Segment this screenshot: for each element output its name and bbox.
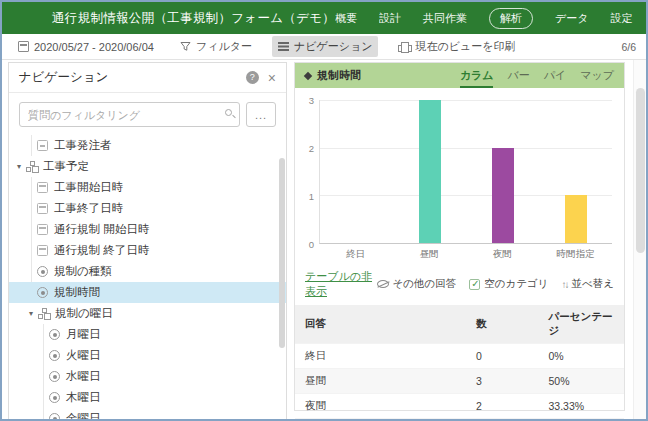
table-cell: 50% — [538, 369, 624, 394]
radio-question-icon — [49, 329, 60, 340]
sort-arrows-icon: ↑↓ — [562, 279, 568, 290]
filter-button[interactable]: フィルター — [174, 36, 258, 57]
table-row: 夜間 2 33.33% — [295, 394, 624, 419]
navigation-label: ナビゲーション — [294, 39, 373, 54]
tree-item[interactable]: 規制の種類 — [9, 261, 286, 282]
x-tick: 昼間 — [392, 248, 465, 261]
panel-scrollbar-thumb[interactable] — [279, 158, 285, 348]
chart-column — [320, 100, 393, 243]
tree-item[interactable]: 月曜日 — [9, 324, 286, 345]
filter-label: フィルター — [196, 39, 252, 54]
y-tick: 3 — [309, 95, 314, 106]
chart-column — [393, 100, 466, 243]
sort-button[interactable]: ↑↓ 並べ替え — [562, 277, 615, 291]
table-cell: 夜間 — [295, 394, 466, 419]
table-cell: 33.33% — [538, 394, 624, 419]
table-cell: 終日 — [295, 344, 466, 369]
other-answers-toggle[interactable]: その他の回答 — [377, 277, 457, 291]
calendar-icon — [37, 203, 48, 214]
question-tree: 工事発注者 ▾工事予定 工事開始日時 工事終了日時 通行規制 開始日時 通行規制… — [9, 135, 286, 419]
tab-pie[interactable]: パイ — [544, 63, 567, 88]
page-title: 通行規制情報公開（工事規制）フォーム（デモ） — [52, 10, 335, 27]
chart-bar — [565, 195, 587, 243]
calendar-icon — [37, 245, 48, 256]
column-header-count: 数 — [466, 305, 538, 344]
tree-item-selected[interactable]: 規制時間 — [9, 282, 286, 303]
question-result-card: 規制時間 カラム バー パイ マップ 3 2 1 0 — [294, 62, 625, 411]
radio-question-icon — [37, 266, 48, 277]
nav-overview[interactable]: 概要 — [335, 11, 357, 26]
tree-item[interactable]: 木曜日 — [9, 387, 286, 408]
primary-nav: 概要 設計 共同作業 解析 データ 設定 — [335, 8, 648, 29]
tree-item[interactable]: 工事終了日時 — [9, 198, 286, 219]
checkbox-checked-icon — [469, 279, 480, 290]
print-view-button[interactable]: 現在のビューを印刷 — [392, 36, 521, 57]
column-header-percentage: パーセンテージ — [538, 305, 624, 344]
question-filter-row: ... — [9, 93, 286, 135]
print-label: 現在のビューを印刷 — [415, 39, 515, 54]
eye-off-icon — [377, 280, 389, 288]
tree-item[interactable]: 通行規制 終了日時 — [9, 240, 286, 261]
y-axis-labels: 3 2 1 0 — [303, 100, 319, 244]
table-controls: テーブルの非表示 その他の回答 空のカテゴリ ↑↓ 並べ替え — [295, 261, 624, 305]
help-icon[interactable]: ? — [246, 71, 259, 84]
navigation-panel-title: ナビゲーション — [19, 69, 108, 86]
date-range-value: 2020/05/27 - 2020/06/04 — [34, 41, 154, 53]
x-axis-labels: 終日 昼間 夜間 時間指定 — [319, 244, 612, 261]
main-scrollbar-thumb[interactable] — [636, 88, 645, 253]
tab-column[interactable]: カラム — [460, 63, 494, 88]
app-window: 通行規制情報公開（工事規制）フォーム（デモ） 概要 設計 共同作業 解析 データ… — [0, 0, 648, 421]
question-filter-input[interactable] — [19, 102, 240, 127]
tree-item[interactable]: 水曜日 — [9, 366, 286, 387]
nav-design[interactable]: 設計 — [379, 11, 401, 26]
table-header-row: 回答 数 パーセンテージ — [295, 305, 624, 344]
tree-item[interactable]: 工事開始日時 — [9, 177, 286, 198]
results-table: 回答 数 パーセンテージ 終日 0 0% 昼間 3 50% — [295, 305, 624, 421]
tree-item[interactable]: 通行規制 開始日時 — [9, 219, 286, 240]
tree-item[interactable]: 金曜日 — [9, 408, 286, 419]
column-header-answer: 回答 — [295, 305, 466, 344]
navigation-button[interactable]: ナビゲーション — [272, 36, 379, 57]
y-tick: 2 — [309, 142, 314, 153]
x-tick: 夜間 — [466, 248, 539, 261]
more-options-button[interactable]: ... — [246, 102, 276, 127]
hamburger-icon — [278, 42, 289, 51]
tree-item[interactable]: 工事発注者 — [9, 135, 286, 156]
diamond-bullet-icon — [304, 71, 312, 79]
radio-question-icon — [49, 413, 60, 419]
calendar-icon — [37, 182, 48, 193]
tab-map[interactable]: マップ — [580, 63, 614, 88]
table-cell: 昼間 — [295, 369, 466, 394]
y-tick: 0 — [309, 239, 314, 250]
calendar-icon — [18, 41, 29, 52]
text-field-icon — [37, 140, 48, 151]
chart-type-tabs: カラム バー パイ マップ — [460, 63, 614, 88]
chart-bar — [419, 100, 441, 243]
chart-column — [466, 100, 539, 243]
chevron-down-icon: ▾ — [17, 162, 21, 171]
table-row: 終日 0 0% — [295, 344, 624, 369]
chart-column — [539, 100, 612, 243]
tab-bar[interactable]: バー — [507, 63, 529, 88]
nav-analyze-active[interactable]: 解析 — [489, 8, 533, 29]
table-cell: 0 — [466, 344, 538, 369]
tree-group[interactable]: ▾工事予定 — [9, 156, 286, 177]
calendar-icon — [37, 224, 48, 235]
radio-question-icon — [37, 287, 48, 298]
close-icon[interactable]: × — [268, 71, 276, 85]
hide-table-link[interactable]: テーブルの非表示 — [305, 269, 377, 299]
analyze-toolbar: 2020/05/27 - 2020/06/04 フィルター ナビゲーション 現在… — [2, 34, 646, 60]
x-tick: 時間指定 — [539, 248, 612, 261]
nav-collaborate[interactable]: 共同作業 — [423, 11, 467, 26]
chart-bar — [492, 148, 514, 243]
empty-categories-checkbox[interactable]: 空のカテゴリ — [469, 277, 548, 291]
nav-data[interactable]: データ — [555, 11, 589, 26]
main-scrollbar — [633, 60, 646, 419]
card-header: 規制時間 カラム バー パイ マップ — [295, 63, 624, 88]
nav-settings[interactable]: 設定 — [611, 11, 633, 26]
table-cell: 3 — [466, 369, 538, 394]
tree-group[interactable]: ▾規制の曜日 — [9, 303, 286, 324]
tree-item[interactable]: 火曜日 — [9, 345, 286, 366]
date-range-picker[interactable]: 2020/05/27 - 2020/06/04 — [12, 38, 160, 56]
panel-scrollbar — [279, 158, 285, 408]
